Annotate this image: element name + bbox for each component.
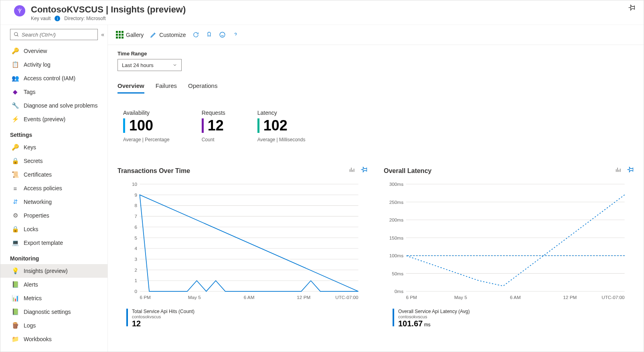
smiley-icon [219,31,226,38]
sidebar-item-label: Diagnose and solve problems [24,102,97,109]
chart-overall-latency: Overall Latency 0ms50ms100ms150ms200ms25… [384,167,634,328]
sidebar-item-keys[interactable]: 🔑Keys [0,140,107,154]
time-range-select[interactable]: Last 24 hours [117,59,182,71]
workbook-icon [206,31,213,38]
sidebar-item-tags[interactable]: ◆Tags [0,85,107,99]
sidebar-item-label: Diagnostic settings [24,309,71,315]
svg-text:0ms: 0ms [395,289,403,294]
kpi-availability: Availability 100 Average | Percentage [123,110,170,142]
info-icon: i [55,16,60,21]
svg-text:UTC-07:00: UTC-07:00 [335,295,358,300]
networking-icon: ⇵ [12,198,19,206]
tab-overview[interactable]: Overview [117,82,144,94]
diagnostic-settings-icon: 📗 [12,308,19,315]
collapse-sidebar-icon[interactable]: « [101,31,104,38]
sidebar-item-properties[interactable]: ⚙Properties [0,209,107,222]
kpi-requests: Requests 12 Count [202,110,225,142]
sidebar-item-label: Alerts [24,281,38,288]
sidebar-section-monitoring: Monitoring [0,250,107,264]
sidebar-item-activity-log[interactable]: 📋Activity log [0,58,107,71]
sidebar-item-label: Activity log [24,61,51,68]
help-button[interactable] [232,31,239,38]
svg-text:2: 2 [134,267,137,273]
secrets-icon: 🔒 [12,157,19,165]
sidebar-item-metrics[interactable]: 📊Metrics [0,291,107,305]
svg-text:250ms: 250ms [389,199,403,205]
sidebar-item-logs[interactable]: 🪵Logs [0,319,107,332]
sidebar-item-diagnostic-settings[interactable]: 📗Diagnostic settings [0,305,107,319]
metrics-icon[interactable] [615,167,622,175]
sidebar-item-access-control-iam-[interactable]: 👥Access control (IAM) [0,71,107,85]
sidebar-item-workbooks[interactable]: 📁Workbooks [0,332,107,346]
pin-chart-icon[interactable] [361,167,368,175]
sidebar-item-label: Secrets [24,158,43,164]
svg-text:12 PM: 12 PM [297,295,310,300]
search-input[interactable]: Search (Ctrl+/) [10,29,98,40]
chart-svg: 0ms50ms100ms150ms200ms250ms300ms6 PMMay … [384,180,634,304]
gallery-button[interactable]: Gallery [116,31,144,39]
svg-point-0 [19,10,20,11]
sidebar-item-label: Access control (IAM) [24,75,75,81]
svg-text:9: 9 [134,192,137,197]
sidebar-item-access-policies[interactable]: ≡Access policies [0,181,107,195]
sidebar-item-locks[interactable]: 🔒Locks [0,222,107,236]
sidebar-item-label: Events (preview) [24,116,65,122]
svg-text:10: 10 [132,181,138,187]
feedback-button[interactable] [219,31,226,38]
workbooks-icon: 📁 [12,336,19,343]
directory-label: Directory: Microsoft [64,16,105,21]
sidebar-item-networking[interactable]: ⇵Networking [0,195,107,209]
keys-icon: 🔑 [12,144,19,151]
metrics-icon: 📊 [12,295,19,302]
sidebar-item-label: Export template [24,240,63,246]
svg-text:6 PM: 6 PM [406,295,417,300]
sidebar-item-insights-preview-[interactable]: 💡Insights (preview) [0,264,107,278]
svg-text:UTC-07:00: UTC-07:00 [601,295,625,300]
sidebar-item-label: Tags [24,89,36,95]
svg-text:50ms: 50ms [392,271,403,276]
sidebar-item-export-template[interactable]: 💻Export template [0,236,107,250]
tab-operations[interactable]: Operations [188,82,217,94]
sidebar-item-overview[interactable]: 🔑Overview [0,44,107,58]
svg-text:6 PM: 6 PM [140,295,150,300]
metrics-icon[interactable] [349,167,355,175]
svg-text:1: 1 [134,278,137,283]
locks-icon: 🔒 [12,226,19,233]
sidebar-item-events-preview-[interactable]: ⚡Events (preview) [0,112,107,126]
resource-icon [14,5,25,16]
svg-text:May 5: May 5 [454,295,467,300]
svg-text:8: 8 [134,203,137,208]
alerts-icon: 📗 [12,281,19,288]
sidebar-item-label: Networking [24,199,52,205]
sidebar-item-label: Workbooks [24,336,52,342]
workbook-button[interactable] [206,31,213,38]
svg-point-3 [220,32,225,37]
tab-failures[interactable]: Failures [156,82,177,94]
sidebar-item-label: Overview [24,48,47,54]
sidebar-item-secrets[interactable]: 🔒Secrets [0,154,107,168]
export-template-icon: 💻 [12,239,19,246]
svg-text:6 AM: 6 AM [510,295,521,300]
refresh-icon [192,31,199,38]
activity-log-icon: 📋 [12,61,19,68]
svg-text:12 PM: 12 PM [563,295,577,300]
sidebar-item-alerts[interactable]: 📗Alerts [0,278,107,291]
svg-text:7: 7 [134,214,137,219]
events-preview--icon: ⚡ [12,116,19,123]
sidebar-item-certificates[interactable]: 📜Certificates [0,168,107,181]
sidebar-item-label: Locks [24,226,38,232]
svg-text:6 AM: 6 AM [244,295,255,300]
refresh-button[interactable] [192,31,199,38]
svg-text:300ms: 300ms [389,181,403,187]
pin-icon[interactable] [628,4,636,14]
pin-chart-icon[interactable] [627,167,634,175]
access-policies-icon: ≡ [12,185,19,192]
sidebar-item-label: Properties [24,212,49,219]
overview-icon: 🔑 [12,47,19,55]
customize-button[interactable]: Customize [150,31,186,38]
time-range-label: Time Range [117,51,634,57]
sidebar-item-diagnose-and-solve-problems[interactable]: 🔧Diagnose and solve problems [0,99,107,112]
kpi-latency: Latency 102 Average | Milliseconds [257,110,306,142]
sidebar-item-label: Logs [24,322,36,329]
page-title: ContosoKVSCUS | Insights (preview) [31,4,186,15]
